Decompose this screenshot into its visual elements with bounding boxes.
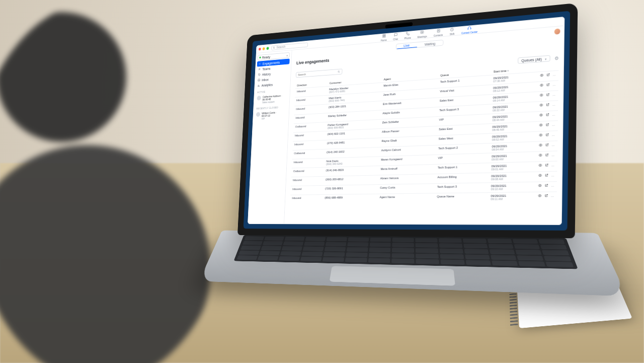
join-button[interactable] xyxy=(546,103,550,107)
row-more-button[interactable]: … xyxy=(552,133,556,137)
join-button[interactable] xyxy=(546,83,550,88)
join-button[interactable] xyxy=(545,113,549,117)
table-search-input[interactable] xyxy=(298,70,336,76)
sidebar-item-label: History xyxy=(262,72,271,76)
svg-point-28 xyxy=(540,175,541,176)
users-icon xyxy=(421,30,425,34)
join-button[interactable] xyxy=(545,163,549,168)
status-dot-icon xyxy=(259,56,261,58)
engagement-card[interactable]: William Curtis · 00:07:12 VIP xyxy=(254,109,287,122)
listen-in-button[interactable] xyxy=(539,93,543,98)
row-more-button[interactable]: … xyxy=(552,93,556,97)
svg-point-14 xyxy=(259,68,260,69)
listen-in-button[interactable] xyxy=(538,163,542,168)
listen-in-button[interactable] xyxy=(538,153,542,158)
cell-direction: Inbound xyxy=(290,185,324,195)
join-button[interactable] xyxy=(544,194,548,198)
topnav-label: Shift xyxy=(450,32,455,36)
row-more-button[interactable]: … xyxy=(551,164,555,167)
cell-start: 09/29/202109:08 AM xyxy=(489,172,534,183)
listen-in-button[interactable] xyxy=(539,103,543,108)
gear-icon[interactable]: ⚙ xyxy=(554,55,559,61)
listen-in-button[interactable] xyxy=(539,143,543,148)
listen-in-button[interactable] xyxy=(540,74,543,78)
topnav-meetings[interactable]: Meetings xyxy=(418,30,427,38)
cell-direction: Inbound xyxy=(292,158,325,168)
tab-waiting[interactable]: Waiting xyxy=(417,40,443,47)
person-foreground xyxy=(0,1,231,363)
svg-line-1 xyxy=(274,48,275,48)
cell-direction: Outbound xyxy=(292,149,325,159)
row-more-button[interactable]: … xyxy=(552,123,556,126)
cell-queue: Account Billing xyxy=(435,173,489,183)
grid-icon xyxy=(382,34,385,38)
join-button[interactable] xyxy=(545,133,549,137)
svg-rect-3 xyxy=(384,34,385,35)
avatar xyxy=(256,112,260,117)
listen-in-button[interactable] xyxy=(539,123,543,128)
join-button[interactable] xyxy=(545,173,549,178)
listen-in-button[interactable] xyxy=(538,194,542,198)
row-more-button[interactable]: … xyxy=(551,143,555,147)
engagements-icon xyxy=(259,62,261,65)
topnav-home[interactable]: Home xyxy=(381,33,387,41)
row-more-button[interactable]: … xyxy=(551,174,555,177)
cell-queue: Tech Support 1 xyxy=(436,163,490,174)
cell-consumer: (856) 688-4889 xyxy=(323,194,378,203)
search-icon xyxy=(273,46,275,49)
svg-rect-6 xyxy=(421,31,424,33)
join-button[interactable] xyxy=(546,93,550,97)
topnav-label: Contacts xyxy=(434,33,443,37)
search-icon xyxy=(338,70,340,73)
row-more-button[interactable]: … xyxy=(552,113,556,116)
sidebar-item-label: Inbox xyxy=(262,78,269,81)
svg-point-29 xyxy=(539,185,540,186)
cell-agent: Mena Aminoff xyxy=(378,164,436,175)
svg-point-24 xyxy=(540,134,541,135)
tab-live[interactable]: Live xyxy=(396,42,417,49)
svg-rect-12 xyxy=(470,28,471,29)
cell-direction: Inbound xyxy=(290,195,324,204)
topnav-contacts[interactable]: Contacts xyxy=(434,28,443,37)
queue-filter[interactable]: Queues (All) ▾ xyxy=(518,55,550,64)
listen-in-button[interactable] xyxy=(538,184,542,188)
join-button[interactable] xyxy=(544,184,548,188)
join-button[interactable] xyxy=(546,73,550,78)
row-more-button[interactable]: … xyxy=(552,83,556,87)
cell-agent: Corey Curtis xyxy=(378,184,435,194)
laptop-trackpad xyxy=(330,266,455,285)
chat-icon xyxy=(394,32,398,37)
global-search-placeholder: Search xyxy=(276,45,285,49)
listen-in-button[interactable] xyxy=(539,133,543,137)
row-more-button[interactable]: … xyxy=(551,194,555,197)
topnav-chat[interactable]: Chat xyxy=(393,32,398,40)
join-button[interactable] xyxy=(545,143,549,148)
listen-in-button[interactable] xyxy=(540,83,543,88)
topnav-label: Chat xyxy=(393,37,398,41)
row-more-button[interactable]: … xyxy=(551,184,555,187)
inbox-icon xyxy=(258,79,260,82)
row-more-button[interactable]: … xyxy=(552,73,556,77)
svg-point-27 xyxy=(540,165,541,166)
sidebar-item-label: Teams xyxy=(262,67,271,71)
row-more-button[interactable]: … xyxy=(552,103,556,107)
topnav-phone[interactable]: Phone xyxy=(405,31,412,40)
listen-in-button[interactable] xyxy=(539,113,543,118)
queue-filter-label: Queues (All) xyxy=(521,57,541,62)
table-search[interactable] xyxy=(296,68,343,78)
topnav-contact-center[interactable]: Contact Center xyxy=(461,25,478,35)
topnav-label: Phone xyxy=(405,36,411,40)
topnav-shift[interactable]: Shift xyxy=(450,27,455,36)
cell-queue: Queue Name xyxy=(435,192,489,202)
cell-agent: Abram Vetrova xyxy=(378,174,436,184)
svg-point-18 xyxy=(541,75,542,76)
svg-point-26 xyxy=(540,155,541,156)
svg-rect-2 xyxy=(382,34,383,35)
svg-point-15 xyxy=(260,68,260,69)
svg-point-0 xyxy=(273,47,275,48)
listen-in-button[interactable] xyxy=(538,174,542,178)
row-more-button[interactable]: … xyxy=(551,154,555,157)
join-button[interactable] xyxy=(545,153,549,158)
window-controls[interactable] xyxy=(259,47,269,50)
join-button[interactable] xyxy=(545,123,549,127)
